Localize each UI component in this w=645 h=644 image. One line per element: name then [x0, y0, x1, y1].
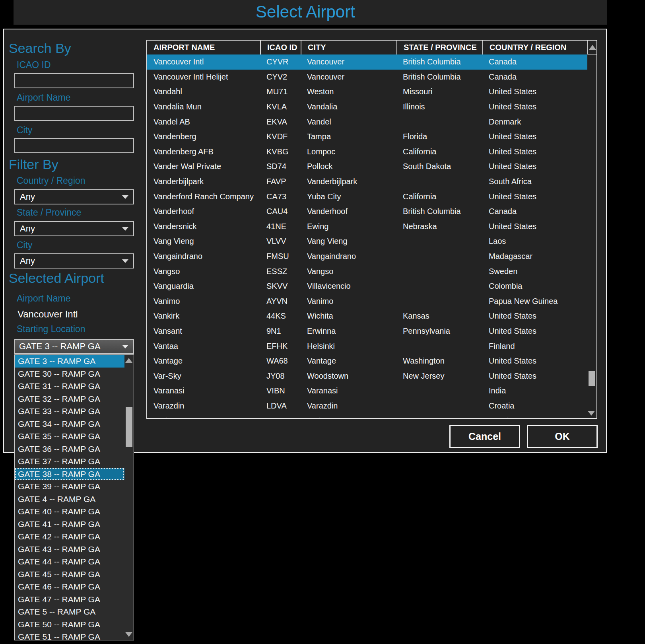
table-row[interactable]: Vanderford Ranch Company CA73 Yuba City …	[147, 189, 587, 204]
starting-location-option[interactable]: GATE 51 -- RAMP GA	[15, 630, 124, 640]
cell-country-region: Laos	[482, 237, 587, 246]
starting-location-option[interactable]: GATE 35 -- RAMP GA	[15, 430, 124, 443]
state-province-select[interactable]: Any	[14, 221, 134, 236]
selected-airport-name-value: Vancouver Intl	[17, 309, 78, 320]
cell-country-region: Denmark	[482, 117, 587, 126]
starting-location-option[interactable]: GATE 34 -- RAMP GA	[15, 418, 124, 430]
starting-location-option[interactable]: GATE 40 -- RAMP GA	[15, 505, 124, 518]
chevron-down-icon	[122, 345, 128, 348]
airport-table: AIRPORT NAME ICAO ID CITY STATE / PROVIN…	[146, 40, 597, 419]
cell-country-region: Papua New Guinea	[482, 297, 587, 306]
listbox-scrollbar[interactable]	[124, 355, 133, 640]
starting-location-combobox[interactable]: GATE 3 -- RAMP GA	[14, 339, 134, 354]
scroll-up-icon[interactable]	[125, 358, 132, 363]
cell-airport-name: Vangso	[147, 267, 260, 276]
cell-airport-name: Vanderford Ranch Company	[147, 192, 260, 201]
table-row[interactable]: Vang Vieng VLVV Vang Vieng Laos	[147, 234, 587, 249]
cell-country-region: United States	[482, 147, 587, 156]
starting-location-option[interactable]: GATE 38 -- RAMP GA	[15, 468, 124, 481]
cell-country-region: Croatia	[482, 401, 587, 411]
table-row[interactable]: Vanimo AYVN Vanimo Papua New Guinea	[147, 294, 587, 309]
cell-state-province: British Columbia	[396, 72, 482, 82]
table-row[interactable]: Var-Sky JY08 Woodstown New Jersey United…	[147, 368, 587, 383]
table-row[interactable]: Vangso ESSZ Vangso Sweden	[147, 264, 587, 279]
table-row[interactable]: Vander Wal Private SD74 Pollock South Da…	[147, 159, 587, 174]
table-row[interactable]: Vankirk 44KS Wichita Kansas United State…	[147, 309, 587, 324]
starting-location-option[interactable]: GATE 33 -- RAMP GA	[15, 405, 124, 418]
cancel-button[interactable]: Cancel	[449, 425, 520, 448]
table-row[interactable]: Vantaa EFHK Helsinki Finland	[147, 339, 587, 354]
cell-city: Vandel	[301, 117, 396, 126]
table-row[interactable]: Vandahl MU71 Weston Missouri United Stat…	[147, 84, 587, 99]
table-row[interactable]: Vanderhoof CAU4 Vanderhoof British Colum…	[147, 204, 587, 219]
table-row[interactable]: Vancouver Intl Helijet CYV2 Vancouver Br…	[147, 70, 587, 85]
scroll-down-icon[interactable]	[125, 632, 132, 637]
starting-location-option[interactable]: GATE 5 -- RAMP GA	[15, 605, 124, 618]
state-province-value: Any	[15, 224, 122, 234]
cell-icao-id: CAU4	[260, 207, 301, 216]
table-row[interactable]: Varazdin LDVA Varazdin Croatia	[147, 399, 587, 414]
starting-location-option[interactable]: GATE 45 -- RAMP GA	[15, 568, 124, 581]
scroll-down-icon[interactable]	[588, 411, 595, 416]
ok-button[interactable]: OK	[527, 425, 598, 448]
table-row[interactable]: Vandalia Mun KVLA Vandalia Illinois Unit…	[147, 99, 587, 115]
table-row[interactable]: Vantage WA68 Vantage Washington United S…	[147, 354, 587, 369]
chevron-down-icon	[122, 195, 128, 199]
cell-icao-id: ESGV	[260, 416, 301, 418]
table-scrollbar[interactable]	[587, 54, 596, 418]
cell-icao-id: CYVR	[260, 57, 301, 66]
scrollbar-thumb[interactable]	[589, 371, 595, 386]
country-region-value: Any	[15, 192, 122, 202]
starting-location-option[interactable]: GATE 31 -- RAMP GA	[15, 380, 124, 393]
table-scroll-up[interactable]	[587, 41, 596, 54]
starting-location-option[interactable]: GATE 43 -- RAMP GA	[15, 543, 124, 556]
table-row[interactable]: Vandenberg KVDF Tampa Florida United Sta…	[147, 129, 587, 144]
cell-airport-name: Vang Vieng	[147, 237, 260, 246]
starting-location-option[interactable]: GATE 46 -- RAMP GA	[15, 580, 124, 593]
cell-icao-id: MU71	[260, 87, 301, 96]
table-row[interactable]: Vandel AB EKVA Vandel Denmark	[147, 114, 587, 129]
table-row[interactable]: Varanasi VIBN Varanasi India	[147, 383, 587, 399]
starting-location-option[interactable]: GATE 47 -- RAMP GA	[15, 593, 124, 606]
airport-name-input[interactable]	[14, 106, 134, 121]
cell-state-province: Washington	[396, 356, 482, 366]
cell-state-province: Florida	[396, 132, 482, 141]
starting-location-option[interactable]: GATE 30 -- RAMP GA	[15, 368, 124, 380]
starting-location-option[interactable]: GATE 39 -- RAMP GA	[15, 480, 124, 493]
icao-id-input[interactable]	[14, 73, 134, 88]
cell-airport-name: Vanguardia	[147, 282, 260, 291]
starting-location-option[interactable]: GATE 36 -- RAMP GA	[15, 443, 124, 455]
starting-location-option[interactable]: GATE 3 -- RAMP GA	[15, 355, 124, 368]
scrollbar-thumb[interactable]	[126, 407, 132, 447]
table-row[interactable]: Vandersnick 41NE Ewing Nebraska United S…	[147, 219, 587, 234]
cell-city: Woodstown	[301, 372, 396, 381]
starting-location-option[interactable]: GATE 41 -- RAMP GA	[15, 518, 124, 531]
filter-city-select[interactable]: Any	[14, 253, 134, 268]
airport-name-label: Airport Name	[17, 92, 70, 103]
starting-location-option[interactable]: GATE 4 -- RAMP GA	[15, 493, 124, 506]
cell-airport-name: Varanasi	[147, 386, 260, 395]
cell-city: Vanderbijlpark	[301, 177, 396, 186]
cell-airport-name: Vandenberg	[147, 132, 260, 141]
starting-location-option[interactable]: GATE 44 -- RAMP GA	[15, 555, 124, 568]
table-row[interactable]: Vancouver Intl CYVR Vancouver British Co…	[147, 54, 587, 70]
starting-location-option[interactable]: GATE 42 -- RAMP GA	[15, 530, 124, 543]
search-city-input[interactable]	[14, 138, 134, 153]
cell-city: Vanderhoof	[301, 207, 396, 216]
table-row[interactable]: Vangaindrano FMSU Vangaindrano Madagasca…	[147, 249, 587, 264]
table-row[interactable]: Vandenberg AFB KVBG Lompoc California Un…	[147, 144, 587, 160]
table-row[interactable]: Vansant 9N1 Erwinna Pennsylvania United …	[147, 324, 587, 339]
table-row[interactable]: Varberg ESGV Varberg Sweden	[147, 413, 587, 418]
starting-location-option[interactable]: GATE 50 -- RAMP GA	[15, 618, 124, 631]
country-region-select[interactable]: Any	[14, 189, 134, 204]
table-row[interactable]: Vanguardia SKVV Villavicencio Colombia	[147, 279, 587, 294]
starting-location-option[interactable]: GATE 37 -- RAMP GA	[15, 455, 124, 468]
airport-table-body: Vancouver Intl CYVR Vancouver British Co…	[147, 54, 596, 418]
starting-location-option[interactable]: GATE 32 -- RAMP GA	[15, 393, 124, 405]
filter-city-label: City	[17, 240, 33, 251]
dialog-titlebar: Select Airport	[14, 0, 607, 25]
cell-icao-id: FMSU	[260, 252, 301, 261]
cell-country-region: Sweden	[482, 267, 587, 276]
cell-icao-id: CA73	[260, 192, 301, 201]
table-row[interactable]: Vanderbijlpark FAVP Vanderbijlpark South…	[147, 174, 587, 189]
